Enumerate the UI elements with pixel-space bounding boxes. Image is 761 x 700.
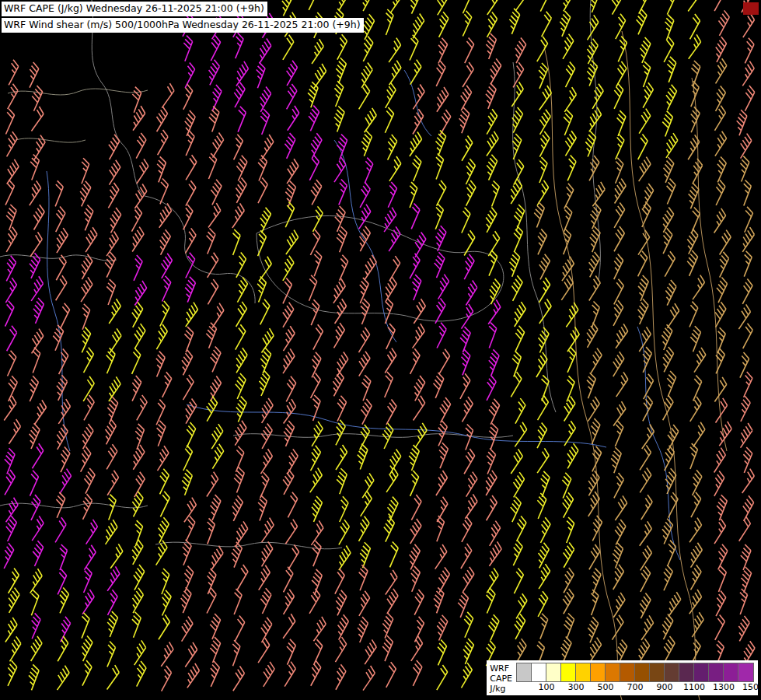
wind-barb <box>302 155 320 180</box>
wind-barb <box>205 85 222 110</box>
wind-barb <box>658 251 677 276</box>
wind-barb <box>48 325 65 351</box>
wind-barb <box>304 446 323 471</box>
wind-barb <box>378 298 394 324</box>
wind-barb <box>586 182 607 206</box>
wind-barb <box>505 82 525 107</box>
wind-barb <box>658 636 676 661</box>
wind-barb <box>456 11 473 37</box>
wind-barb <box>305 352 323 378</box>
wind-barb <box>330 396 347 422</box>
wind-barb <box>155 83 176 107</box>
wind-barb <box>0 256 18 282</box>
wind-barb <box>710 37 728 62</box>
wind-barb <box>201 569 218 594</box>
wind-barb <box>559 131 578 156</box>
wind-barb <box>535 12 553 37</box>
wind-barb <box>152 614 171 639</box>
wind-barb <box>0 351 17 376</box>
wind-barb <box>129 133 148 158</box>
legend-title-line: J/kg <box>490 684 512 694</box>
wind-barb <box>634 521 654 545</box>
wind-barb <box>25 613 42 639</box>
wind-barb <box>254 370 271 396</box>
wind-barb <box>709 131 729 156</box>
legend-tick-label: 500 <box>598 682 614 692</box>
legend-swatch <box>591 663 606 681</box>
wind-barb <box>707 471 726 496</box>
wind-barb <box>480 375 497 401</box>
wind-barb <box>480 131 501 156</box>
wind-barb <box>101 471 120 495</box>
wind-barb <box>126 303 145 327</box>
wind-barb <box>127 492 145 517</box>
wind-barb <box>75 304 91 330</box>
wind-barb <box>204 107 220 132</box>
wind-barb <box>532 63 549 89</box>
wind-barb <box>331 58 347 83</box>
wind-barb <box>581 131 597 157</box>
wind-barb <box>483 541 503 565</box>
wind-barb <box>403 471 420 496</box>
wind-barb <box>581 373 597 398</box>
wind-barb <box>378 208 398 232</box>
wind-barb <box>155 276 172 302</box>
wind-barb <box>686 61 701 86</box>
wind-barb <box>306 541 323 566</box>
wind-barb <box>352 352 372 376</box>
wind-barb <box>2 60 20 86</box>
wind-barb <box>403 254 421 278</box>
wind-barb <box>506 275 524 301</box>
wind-barb <box>277 348 297 373</box>
wind-barb <box>177 470 194 495</box>
wind-barb <box>581 323 599 348</box>
legend-swatch <box>561 663 576 681</box>
wind-barb <box>607 401 628 425</box>
wind-barb <box>686 275 707 300</box>
wind-barb <box>200 229 216 254</box>
title-cape: WRF CAPE (J/kg) Wednesday 26-11-2025 21:… <box>2 2 267 16</box>
wind-barb <box>281 159 301 184</box>
wind-barb <box>378 107 395 133</box>
wind-barb <box>483 521 502 546</box>
wind-barb <box>99 520 119 544</box>
wind-barb <box>403 544 421 570</box>
wind-barb <box>78 545 98 570</box>
wind-barb <box>101 279 117 305</box>
wind-barb <box>306 206 325 231</box>
wind-barb <box>611 110 627 136</box>
wind-barb <box>255 518 275 542</box>
wind-barb <box>50 492 66 518</box>
wind-barb <box>609 324 630 348</box>
wind-barb <box>281 544 301 569</box>
wind-barb <box>606 0 624 15</box>
wind-barb <box>482 323 497 348</box>
wind-barb <box>556 229 572 254</box>
wind-barb <box>154 229 173 254</box>
wind-barb <box>431 639 448 665</box>
wind-barb <box>128 324 148 348</box>
wind-barb <box>585 446 603 472</box>
wind-barb <box>276 256 295 281</box>
wind-barb <box>305 422 325 446</box>
wind-barb <box>403 35 420 61</box>
wind-barb <box>709 591 728 616</box>
wind-barb <box>0 301 16 327</box>
wind-barb <box>533 110 553 135</box>
wind-barb <box>302 275 318 301</box>
wind-barb <box>24 253 42 278</box>
legend-swatch <box>517 663 532 681</box>
wind-barb <box>429 61 447 86</box>
wind-barb <box>506 107 524 133</box>
wind-barb <box>77 395 96 420</box>
wind-barb <box>307 250 323 276</box>
wind-barb <box>353 617 370 642</box>
wind-barb <box>127 255 144 281</box>
wind-barb <box>333 496 350 522</box>
wind-barb <box>732 516 752 541</box>
ridge-path <box>8 89 148 95</box>
wind-barb <box>330 590 348 616</box>
legend-tick-label: 700 <box>627 682 644 692</box>
legend-tick-label: 1300 <box>713 682 735 692</box>
wind-barb <box>279 376 297 402</box>
